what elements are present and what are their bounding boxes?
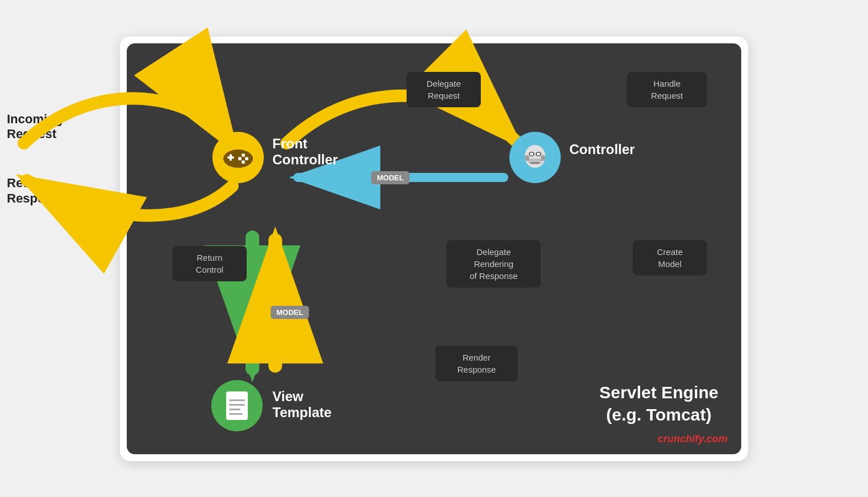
svg-point-8 <box>245 157 248 160</box>
svg-point-10 <box>238 157 242 160</box>
delegate-rendering-box: DelegateRenderingof Response <box>447 240 541 288</box>
handle-request-text: HandleRequest <box>651 79 683 100</box>
svg-rect-24 <box>229 413 243 415</box>
svg-rect-14 <box>541 155 545 161</box>
svg-point-18 <box>537 152 540 155</box>
create-model-box: CreateModel <box>633 240 707 276</box>
svg-rect-21 <box>229 399 245 401</box>
view-template-icon <box>211 380 263 431</box>
svg-rect-13 <box>525 155 529 161</box>
servlet-engine-label: Servlet Engine(e.g. Tomcat) <box>600 381 718 426</box>
diagram-background: IncomingRequest ReturnResponse <box>127 43 741 454</box>
svg-rect-19 <box>531 162 540 164</box>
delegate-request-text: DelegateRequest <box>427 79 461 100</box>
svg-point-17 <box>530 152 533 155</box>
render-response-text: RenderResponse <box>457 353 496 374</box>
controller-icon <box>509 132 561 183</box>
svg-point-9 <box>242 160 245 164</box>
front-controller-label: FrontController <box>272 136 338 169</box>
left-labels-container: IncomingRequest ReturnResponse <box>7 112 121 207</box>
create-model-text: CreateModel <box>657 247 682 269</box>
delegate-request-box: DelegateRequest <box>407 72 481 107</box>
incoming-request-label: IncomingRequest <box>7 112 121 142</box>
delegate-rendering-text: DelegateRenderingof Response <box>469 247 517 281</box>
front-controller-icon <box>212 132 264 183</box>
branding: crunchify.com <box>658 433 728 445</box>
render-response-box: RenderResponse <box>435 346 518 381</box>
view-template-label: ViewTemplate <box>272 389 332 422</box>
svg-rect-22 <box>229 404 245 406</box>
handle-request-box: HandleRequest <box>627 72 707 107</box>
return-control-box: ReturnControl <box>172 246 247 281</box>
model-badge-1: MODEL <box>371 171 409 184</box>
diagram-wrapper: IncomingRequest ReturnResponse <box>120 37 748 461</box>
controller-label: Controller <box>569 142 635 158</box>
return-control-text: ReturnControl <box>196 253 223 274</box>
svg-point-7 <box>242 153 245 157</box>
svg-rect-23 <box>229 409 240 410</box>
svg-rect-6 <box>227 156 234 159</box>
return-response-label: ReturnResponse <box>7 176 121 206</box>
model-badge-2: MODEL <box>271 306 309 319</box>
